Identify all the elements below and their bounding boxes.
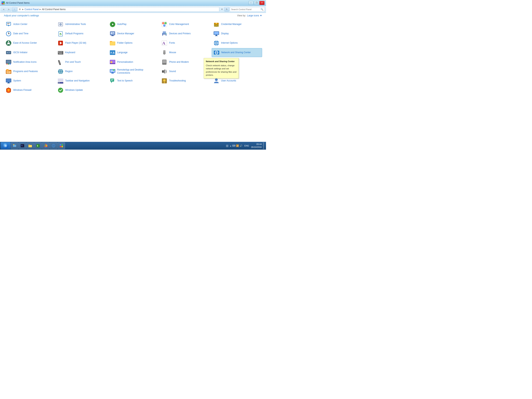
cp-item-action-center[interactable]: Action Center: [4, 20, 54, 29]
cp-item-display[interactable]: Display: [212, 29, 262, 38]
cp-item-color-mgmt[interactable]: Color Management: [160, 20, 210, 29]
cp-item-flash-player[interactable]: Flash Player (32-bit): [56, 39, 106, 47]
sound-tray-icon[interactable]: 🔊: [240, 144, 242, 147]
cp-item-default-progs[interactable]: Default Programs: [56, 29, 106, 38]
forward-button[interactable]: ▶: [7, 7, 11, 12]
cp-item-notif-icons[interactable]: Notification Area Icons: [4, 58, 54, 66]
svg-text:A あ: A あ: [110, 51, 115, 54]
default-progs-icon: [57, 31, 64, 37]
cp-item-sound[interactable]: Sound: [160, 67, 210, 76]
ease-access-icon: [6, 40, 12, 46]
taskbar-item-explorer[interactable]: [11, 142, 18, 149]
start-button[interactable]: ⊞: [1, 142, 11, 149]
region-label: Region: [65, 70, 73, 73]
svg-point-43: [165, 33, 166, 34]
taskbar-item-chrome[interactable]: [42, 142, 50, 149]
cp-item-text-speech[interactable]: Text to Speech: [108, 77, 158, 85]
svg-rect-88: [6, 60, 11, 63]
mouse-label: Mouse: [169, 51, 176, 54]
restore-button[interactable]: ❐: [254, 1, 259, 5]
breadcrumb-bar: ⊞ ▶ Control Panel ▶ All Control Panel It…: [18, 7, 219, 12]
win-firewall-icon: [6, 87, 12, 93]
search-box[interactable]: 🔍: [230, 7, 265, 12]
tooltip-description: Check network status, change network set…: [206, 64, 237, 77]
svg-rect-160: [62, 144, 63, 146]
cp-item-date-time[interactable]: Date and Time: [4, 29, 54, 38]
view-by-dropdown[interactable]: Large icons ▼: [247, 14, 262, 17]
clock-time: 09:44: [256, 143, 262, 146]
breadcrumb-control-panel[interactable]: Control Panel: [25, 8, 39, 11]
date-time-icon: [6, 31, 12, 37]
cp-item-programs[interactable]: Programs and Features: [4, 67, 54, 76]
network-tray-icon[interactable]: 📶: [236, 144, 239, 147]
cp-item-win-update[interactable]: Windows Update: [56, 86, 106, 95]
cp-item-win-firewall[interactable]: Windows Firewall: [4, 86, 54, 95]
cp-item-iscsi[interactable]: iSCSI Initiator: [4, 48, 54, 57]
cp-item-keyboard[interactable]: Keyboard: [56, 48, 106, 57]
title-bar: All Control Panel Items − ❐ ✕: [0, 0, 266, 6]
cp-item-ease-access[interactable]: Ease of Access Center: [4, 39, 54, 47]
show-desktop-button[interactable]: ⊞: [226, 144, 228, 148]
back-button[interactable]: ◀: [1, 7, 6, 12]
cp-item-autoplay[interactable]: AutoPlay: [108, 20, 158, 29]
svg-point-17: [164, 22, 167, 24]
personaliz-icon: [109, 59, 116, 65]
taskbar-item-network[interactable]: [50, 142, 57, 149]
phone-modem-label: Phone and Modem: [169, 61, 189, 64]
view-by-label: View by:: [237, 14, 246, 17]
cp-item-devices-printers[interactable]: Devices and Printers: [160, 29, 210, 38]
cp-item-taskbar-nav[interactable]: Taskbar and Navigation: [56, 77, 106, 85]
cp-item-remoteapp[interactable]: +RemoteApp and Desktop Connections: [108, 67, 158, 76]
cp-item-mouse[interactable]: Mouse: [160, 48, 210, 57]
cp-item-troubleshoot[interactable]: Troubleshooting: [160, 77, 210, 85]
view-by-bar: Adjust your computer's settings View by:…: [0, 13, 266, 18]
taskbar-item-folder[interactable]: [26, 142, 34, 149]
svg-rect-161: [60, 146, 61, 147]
cp-item-pen-touch[interactable]: Pen and Touch: [56, 58, 106, 66]
svg-point-102: [165, 64, 166, 64]
taskbar-item-cmd[interactable]: PS: [19, 142, 26, 149]
refresh-icon[interactable]: ▼: [220, 7, 224, 12]
svg-point-96: [110, 61, 112, 63]
cp-item-language[interactable]: A あLanguage: [108, 48, 158, 57]
cp-item-device-mgr[interactable]: Device Manager: [108, 29, 158, 38]
up-button[interactable]: ↑: [12, 7, 17, 12]
minimize-button[interactable]: −: [248, 1, 253, 5]
cp-item-phone-modem[interactable]: Phone and Modem: [160, 58, 210, 66]
cp-item-personaliz[interactable]: Personalization: [108, 58, 158, 66]
search-input[interactable]: [231, 8, 260, 11]
close-button[interactable]: ✕: [259, 1, 265, 5]
svg-rect-23: [216, 25, 217, 26]
language-indicator[interactable]: ENG: [244, 145, 249, 147]
cp-item-region[interactable]: Region: [56, 67, 106, 76]
programs-icon: [6, 68, 12, 75]
svg-rect-145: [13, 144, 14, 145]
clock-area[interactable]: 09:44 26/10/2016: [251, 143, 262, 149]
view-by: View by: Large icons ▼: [237, 14, 262, 17]
cp-item-admin-tools[interactable]: Administrative Tools: [56, 20, 106, 29]
tray-arrow[interactable]: ▲: [230, 145, 232, 147]
display-label: Display: [221, 32, 229, 35]
display-icon: [213, 31, 219, 37]
svg-marker-122: [164, 69, 165, 74]
cp-item-folder-opts[interactable]: Folder Options: [108, 39, 158, 47]
taskbar-item-green[interactable]: E: [34, 142, 42, 149]
items-grid: Action CenterAdministrative ToolsAutoPla…: [0, 18, 266, 97]
cp-item-credential-mgr[interactable]: Credential Manager: [212, 20, 262, 29]
cp-item-internet-opts[interactable]: Internet Options: [212, 39, 262, 47]
svg-point-100: [163, 64, 164, 64]
refresh-button[interactable]: ↻: [224, 7, 229, 12]
svg-point-91: [10, 64, 11, 65]
svg-rect-118: [111, 73, 114, 73]
svg-marker-135: [111, 82, 112, 83]
taskbar-item-control-panel[interactable]: [58, 142, 65, 149]
svg-rect-42: [163, 35, 165, 36]
show-desktop-strip[interactable]: [263, 142, 264, 149]
cp-item-network-sharing[interactable]: Network and Sharing Center: [212, 48, 262, 57]
user-accts-icon: [213, 78, 219, 84]
cp-item-system[interactable]: System: [4, 77, 54, 85]
svg-rect-149: [28, 145, 30, 145]
date-time-label: Date and Time: [13, 32, 28, 35]
cp-item-fonts[interactable]: AFonts: [160, 39, 210, 47]
svg-rect-1: [3, 1, 5, 3]
